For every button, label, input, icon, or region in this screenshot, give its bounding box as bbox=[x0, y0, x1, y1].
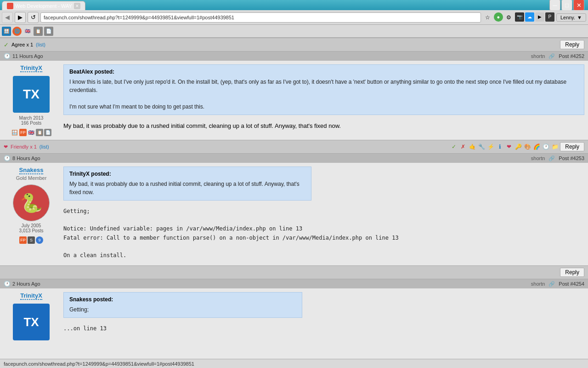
post1-top-reply-button[interactable]: Reply bbox=[560, 40, 584, 49]
post1-quote: BeatAlex posted: I know this is late, bu… bbox=[63, 64, 584, 115]
post2-username[interactable]: Snakess bbox=[19, 167, 44, 174]
reaction-folder[interactable]: 📁 bbox=[551, 143, 559, 151]
tab-title: Web Development - WAY bbox=[15, 3, 72, 9]
post2-post-count: 3,013 Posts bbox=[19, 228, 44, 233]
post3-number: Post #4254 bbox=[559, 281, 584, 287]
badge-clip: 📋 bbox=[36, 129, 43, 136]
post1-bottom-reaction: ❤ Friendly x 1 (list) bbox=[4, 144, 49, 150]
badge-doc: 📄 bbox=[44, 129, 51, 136]
url-text: facepunch.com/showthread.php?t=1249999&p… bbox=[44, 15, 234, 20]
extension-icon-6[interactable]: P bbox=[545, 12, 554, 22]
post1-reaction: ✓ Agree x 1 (list) bbox=[4, 41, 45, 48]
post1-reply-button[interactable]: Reply bbox=[560, 142, 584, 151]
chain-icon-3: 🔗 bbox=[548, 281, 555, 287]
post1-time: 🕐 11 Hours Ago bbox=[4, 53, 43, 59]
title-bar: Web Development - WAY ✕ ─ □ ✕ bbox=[0, 0, 588, 10]
reaction-rainbow[interactable]: 🌈 bbox=[532, 143, 541, 151]
badge2-fp: FP bbox=[19, 236, 27, 244]
post2-header: 🕐 8 Hours Ago shortn 🔗 Post #4253 bbox=[0, 154, 588, 163]
reaction-info[interactable]: ℹ bbox=[496, 143, 504, 151]
ext-windows-icon[interactable]: 🪟 bbox=[2, 27, 11, 36]
post3-text: ...on line 13 bbox=[63, 322, 584, 335]
reaction-clock[interactable]: 🕐 bbox=[542, 143, 550, 151]
post1-avatar-text: TX bbox=[23, 87, 40, 102]
reaction-palette[interactable]: 🎨 bbox=[523, 143, 531, 151]
post2-join-date: July 2005 bbox=[22, 223, 41, 228]
back-button[interactable]: ◀ bbox=[2, 12, 13, 23]
reaction-key[interactable]: 🔑 bbox=[514, 143, 522, 151]
ext-flag-icon[interactable]: 🇬🇧 bbox=[23, 27, 32, 36]
post2-time-text: 8 Hours Ago bbox=[12, 155, 40, 161]
post1-shortn[interactable]: shortn bbox=[531, 53, 545, 59]
post1-bottom-footer: ❤ Friendly x 1 (list) ✓ ✗ 🤙 🔧 ⚡ ℹ ❤ 🔑 🎨 … bbox=[0, 140, 588, 154]
reaction-x[interactable]: ✗ bbox=[459, 143, 467, 151]
post2-line2: Notice: Undefined variable: pages in /va… bbox=[63, 224, 584, 233]
post2-line3: Fatal error: Call to a member function p… bbox=[63, 234, 584, 242]
post3-quote-line1: Getting; bbox=[69, 305, 296, 314]
user-dropdown-arrow: ▼ bbox=[577, 15, 582, 20]
post1-user-col: TrinityX TX March 2013 166 Posts 🪟 FP 🇬🇧… bbox=[4, 64, 59, 136]
extension-icon-5[interactable]: ▶ bbox=[535, 12, 544, 22]
post2-time: 🕐 8 Hours Ago bbox=[4, 155, 40, 161]
post2-reply-button[interactable]: Reply bbox=[560, 268, 584, 277]
browser-tab[interactable]: Web Development - WAY ✕ bbox=[2, 1, 85, 10]
post1-time-text: 11 Hours Ago bbox=[12, 53, 43, 59]
post1-quote-text: I know this is late, but I've only just … bbox=[69, 78, 578, 111]
clock-icon-3: 🕐 bbox=[4, 281, 11, 287]
close-button[interactable]: ✕ bbox=[573, 0, 584, 11]
post1-avatar: TX bbox=[13, 76, 50, 113]
maximize-button[interactable]: □ bbox=[561, 0, 572, 11]
post3-quote-author: Snakess posted: bbox=[69, 296, 296, 303]
reaction-star[interactable]: ⚡ bbox=[486, 143, 495, 151]
extension-icon-2[interactable]: ⚙ bbox=[504, 12, 514, 23]
reaction-wave[interactable]: 🤙 bbox=[468, 143, 476, 151]
refresh-button[interactable]: ↺ bbox=[28, 12, 39, 23]
ext-clip-icon[interactable]: 📋 bbox=[34, 27, 43, 36]
post2-header-right: shortn 🔗 Post #4253 bbox=[531, 155, 584, 161]
post1-badges: 🪟 FP 🇬🇧 📋 📄 bbox=[11, 129, 51, 136]
badge2-blue: 9 bbox=[36, 236, 43, 244]
reaction-heart[interactable]: ❤ bbox=[505, 143, 513, 151]
address-bar[interactable]: facepunch.com/showthread.php?t=1249999&p… bbox=[40, 12, 481, 23]
tab-close-button[interactable]: ✕ bbox=[74, 3, 80, 9]
post1-reaction-list[interactable]: (list) bbox=[36, 42, 45, 47]
post3-time-text: 2 Hours Ago bbox=[12, 281, 40, 287]
post2-footer: Reply bbox=[0, 265, 588, 279]
post2-quote-text: My bad, it was probably due to a rushed … bbox=[69, 180, 305, 196]
post2-code-block: Getting; Notice: Undefined variable: pag… bbox=[63, 207, 584, 260]
badge-windows: 🪟 bbox=[11, 129, 18, 136]
post1-header-right: shortn 🔗 Post #4252 bbox=[531, 53, 584, 59]
ext-browser-icon[interactable]: 🌐 bbox=[12, 27, 22, 36]
post1-top-footer: ✓ Agree x 1 (list) Reply bbox=[0, 38, 588, 52]
user-menu[interactable]: Lenny. ▼ bbox=[556, 13, 586, 22]
post3-shortn[interactable]: shortn bbox=[531, 281, 545, 287]
post1-content: BeatAlex posted: I know this is late, bu… bbox=[63, 64, 584, 136]
post1-post-count: 166 Posts bbox=[21, 121, 41, 126]
username-display: Lenny. bbox=[560, 15, 575, 20]
ext-doc-icon[interactable]: 📄 bbox=[44, 27, 53, 36]
post1-header: 🕐 11 Hours Ago shortn 🔗 Post #4252 bbox=[0, 52, 588, 61]
bookmark-icon[interactable]: ☆ bbox=[483, 12, 493, 23]
status-url: facepunch.com/showthread.php?t=1249999&p… bbox=[4, 361, 194, 367]
post3-quote-text: Getting; bbox=[69, 305, 296, 314]
reaction-check[interactable]: ✓ bbox=[450, 143, 458, 151]
post2-user-title: Gold Member bbox=[16, 175, 47, 181]
extension-icon-3[interactable]: 📷 bbox=[515, 12, 524, 22]
post3-header: 🕐 2 Hours Ago shortn 🔗 Post #4254 bbox=[0, 279, 588, 288]
badge-fp: FP bbox=[19, 129, 27, 136]
post2-line4: On a clean install. bbox=[63, 251, 584, 260]
forward-button[interactable]: ▶ bbox=[15, 12, 26, 23]
post3-username[interactable]: TrinityX bbox=[20, 292, 42, 300]
status-bar: facepunch.com/showthread.php?t=1249999&p… bbox=[0, 359, 588, 368]
post2-quote: TrinityX posted: My bad, it was probably… bbox=[63, 167, 311, 201]
minimize-button[interactable]: ─ bbox=[549, 0, 560, 11]
reaction-tool[interactable]: 🔧 bbox=[477, 143, 486, 151]
post1-username[interactable]: TrinityX bbox=[20, 64, 42, 72]
post2-shortn[interactable]: shortn bbox=[531, 155, 545, 161]
extension-icon-1[interactable]: ● bbox=[494, 12, 503, 22]
chain-icon-1: 🔗 bbox=[548, 53, 555, 59]
extension-icon-4[interactable]: ☁ bbox=[525, 12, 534, 22]
heart-icon: ❤ bbox=[4, 144, 8, 150]
post1-friendly-list[interactable]: (list) bbox=[40, 144, 49, 150]
nav-bar: ◀ ▶ ↺ facepunch.com/showthread.php?t=124… bbox=[0, 10, 588, 25]
